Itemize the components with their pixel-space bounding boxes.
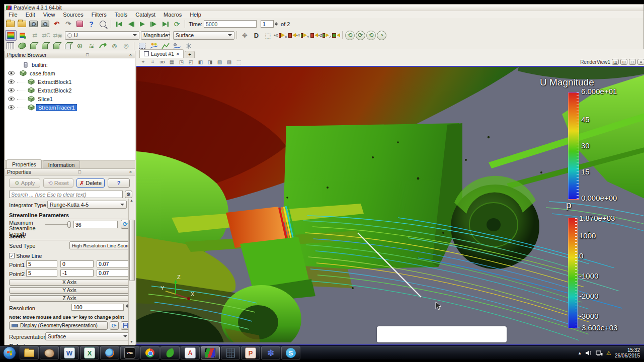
seed-type-select[interactable]: High Resolution Line Source bbox=[69, 241, 130, 249]
reset-button[interactable]: ⟲Reset bbox=[43, 178, 73, 188]
toggle-3d-icon[interactable]: 3D bbox=[158, 58, 167, 66]
pipeline-item-streamtracer1[interactable]: StreamTracer1 bbox=[5, 103, 135, 112]
select-frustum-cells-icon[interactable]: ◧ bbox=[196, 58, 205, 66]
max-length-input[interactable] bbox=[73, 221, 118, 228]
rotate-90-ccw-button[interactable]: ⟲ bbox=[366, 31, 376, 40]
legend-u-colorbar[interactable] bbox=[568, 92, 579, 200]
tab-information[interactable]: Information bbox=[43, 160, 80, 168]
zoom-to-box-icon[interactable]: ⬚ bbox=[234, 58, 243, 66]
select-polygon-points-icon[interactable]: ▨ bbox=[225, 58, 233, 66]
component-select[interactable]: Magnitude bbox=[141, 31, 170, 40]
mouse-mode-button[interactable]: ◔ bbox=[377, 31, 386, 40]
apply-button[interactable]: ⚙Apply bbox=[9, 178, 40, 188]
network-icon[interactable] bbox=[596, 350, 603, 356]
warning-icon[interactable]: ⚠ bbox=[606, 350, 611, 356]
scrollbar-thumb[interactable] bbox=[129, 220, 135, 281]
legend-p-colorbar[interactable] bbox=[568, 218, 578, 328]
ungroup-button[interactable]: ◎ bbox=[121, 41, 131, 51]
warp-filter-button[interactable] bbox=[98, 41, 108, 51]
menu-edit[interactable]: Edit bbox=[22, 12, 39, 18]
pipeline-item-case-foam[interactable]: case.foam bbox=[5, 69, 135, 77]
taskbar-docs[interactable]: A bbox=[181, 346, 200, 359]
save-data-button[interactable] bbox=[28, 19, 39, 29]
point1-y-input[interactable] bbox=[60, 260, 94, 267]
color-legend-toggle-button[interactable] bbox=[18, 31, 28, 40]
pipeline-item-slice1[interactable]: Slice1 bbox=[5, 95, 135, 103]
view-plus-y-button[interactable]: +Y bbox=[296, 31, 307, 40]
volume-icon[interactable] bbox=[585, 350, 592, 356]
threshold-filter-button[interactable] bbox=[51, 41, 62, 51]
redo-button[interactable]: ↷ bbox=[63, 19, 73, 29]
search-options-gear-icon[interactable]: ⚙ bbox=[125, 191, 132, 198]
clip-filter-button[interactable] bbox=[28, 41, 39, 51]
point2-z-input[interactable] bbox=[97, 269, 130, 277]
tray-expand-icon[interactable]: ▲ bbox=[578, 351, 582, 355]
view-minus-z-button[interactable]: -Z bbox=[329, 31, 340, 40]
menu-filters[interactable]: Filters bbox=[88, 12, 111, 18]
legend-p-title[interactable]: p bbox=[566, 200, 572, 211]
visibility-eye-icon[interactable] bbox=[8, 87, 13, 94]
open-file-button[interactable] bbox=[5, 19, 16, 29]
time-input[interactable] bbox=[204, 20, 257, 28]
properties-help-button[interactable]: ? bbox=[108, 178, 130, 188]
adjust-camera-icon[interactable]: ▦ bbox=[168, 58, 176, 66]
pipeline-item-builtin[interactable]: builtin: bbox=[5, 60, 135, 69]
display-section-header[interactable]: Display (GeometryRepresentation) bbox=[9, 321, 108, 330]
help-button[interactable]: ? bbox=[86, 19, 97, 29]
save-screenshot-button[interactable] bbox=[40, 19, 50, 29]
taskbar-skype[interactable]: S bbox=[281, 346, 300, 359]
loop-button[interactable]: ⟳ bbox=[172, 19, 182, 29]
rescale-custom-button[interactable]: ⇄C bbox=[41, 31, 51, 40]
visibility-eye-icon[interactable] bbox=[8, 79, 13, 85]
point1-z-input[interactable] bbox=[97, 260, 130, 267]
close-pipeline-icon[interactable]: × bbox=[128, 52, 133, 57]
color-array-select[interactable]: U bbox=[65, 31, 139, 40]
display-refresh-icon[interactable]: ⟳ bbox=[110, 321, 119, 330]
split-horizontal-icon[interactable]: ◫ bbox=[612, 59, 619, 65]
taskbar-chrome[interactable] bbox=[140, 346, 159, 359]
pipeline-item-extractblock1[interactable]: ExtractBlock1 bbox=[5, 77, 135, 86]
menu-sources[interactable]: Sources bbox=[59, 12, 87, 18]
close-view-icon[interactable]: × bbox=[637, 59, 644, 65]
view-plus-z-button[interactable]: +Z bbox=[318, 31, 329, 40]
taskbar-word[interactable]: W bbox=[60, 346, 79, 359]
resolution-input[interactable] bbox=[71, 304, 124, 311]
visibility-eye-icon[interactable] bbox=[8, 70, 13, 76]
play-button[interactable] bbox=[137, 19, 147, 29]
last-frame-button[interactable] bbox=[160, 19, 171, 29]
maximize-view-icon[interactable]: □ bbox=[629, 59, 636, 65]
visibility-eye-icon[interactable] bbox=[8, 96, 13, 102]
layout-tab[interactable]: Layout #1 × bbox=[139, 49, 184, 58]
delete-button[interactable]: ✗Delete bbox=[76, 178, 105, 188]
taskbar-vnc[interactable]: VNC bbox=[120, 346, 139, 359]
taskbar-paraview[interactable] bbox=[201, 346, 220, 359]
stream-tracer-filter-button[interactable]: ≋ bbox=[86, 41, 97, 51]
scroll-up-icon[interactable]: ▲ bbox=[129, 199, 134, 204]
scroll-down-icon[interactable]: ▼ bbox=[129, 340, 134, 345]
taskbar-photo-app[interactable]: ✽ bbox=[261, 346, 280, 359]
select-surface-cells-icon[interactable]: ◳ bbox=[177, 58, 186, 66]
point2-x-input[interactable] bbox=[26, 269, 57, 277]
point2-y-input[interactable] bbox=[60, 269, 94, 277]
max-length-slider-track[interactable] bbox=[45, 224, 69, 225]
undock-pipeline-icon[interactable]: □ bbox=[85, 52, 90, 57]
rotate-camera-button[interactable]: ⟲ bbox=[345, 31, 355, 40]
extract-subset-filter-button[interactable] bbox=[63, 41, 73, 51]
rescale-visible-button[interactable]: ⇄◉ bbox=[52, 31, 63, 40]
slice-filter-button[interactable] bbox=[40, 41, 50, 51]
undo-button[interactable]: ↶ bbox=[51, 19, 62, 29]
menu-catalyst[interactable]: Catalyst bbox=[131, 12, 159, 18]
representation-select[interactable]: Surface bbox=[173, 31, 234, 40]
load-state-button[interactable] bbox=[17, 19, 27, 29]
select-frustum-points-icon[interactable]: ◨ bbox=[206, 58, 214, 66]
search-input[interactable] bbox=[9, 191, 123, 198]
frame-spinner[interactable] bbox=[275, 22, 278, 26]
display-representation-select[interactable]: Surface bbox=[45, 332, 130, 340]
view-plus-x-button[interactable]: +X bbox=[274, 31, 285, 40]
reset-camera-button[interactable]: ✥ bbox=[239, 31, 250, 40]
rescale-range-button[interactable]: ⇄ bbox=[29, 31, 40, 40]
rubber-band-select-button[interactable]: ⬚ bbox=[263, 31, 273, 40]
legend-u-title[interactable]: U Magnitude bbox=[540, 77, 594, 88]
menu-tools[interactable]: Tools bbox=[111, 12, 132, 18]
properties-scrollbar[interactable]: ▲ ▼ bbox=[128, 199, 135, 345]
